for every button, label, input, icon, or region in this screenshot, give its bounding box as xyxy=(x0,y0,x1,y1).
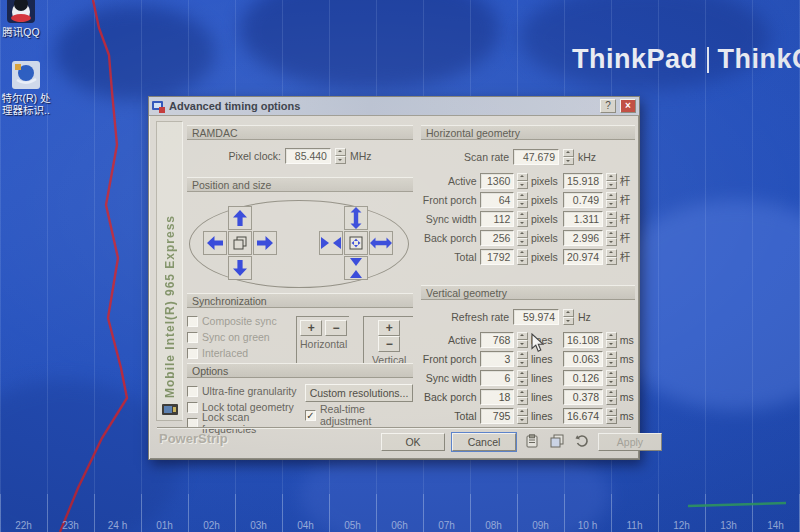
time-spinner[interactable] xyxy=(606,389,617,405)
move-left-button[interactable] xyxy=(203,231,227,255)
v-sync-minus-button[interactable]: − xyxy=(378,336,400,352)
time-spinner[interactable] xyxy=(606,332,617,348)
options-header: Options xyxy=(187,363,413,378)
value-spinner[interactable] xyxy=(517,192,528,208)
value-spinner[interactable] xyxy=(517,370,528,386)
options-checkbox-row[interactable]: Ultra-fine granularity xyxy=(187,384,305,398)
time-spinner[interactable] xyxy=(606,211,617,227)
time-field[interactable]: 2.996 xyxy=(563,230,604,246)
horizontal-geometry-group: Horizontal geometry Scan rate 47.679 kHz… xyxy=(421,125,635,266)
checkbox[interactable] xyxy=(187,316,198,327)
pixel-clock-spinner[interactable] xyxy=(335,148,346,164)
ok-button[interactable]: OK xyxy=(381,433,445,451)
realtime-checkbox[interactable]: ✓ xyxy=(305,410,316,421)
value-field[interactable]: 1360 xyxy=(480,173,515,189)
value-field[interactable]: 1792 xyxy=(480,249,515,265)
time-spinner[interactable] xyxy=(606,351,617,367)
help-button[interactable]: ? xyxy=(600,99,616,113)
pixel-clock-field[interactable]: 85.440 xyxy=(285,148,331,164)
refresh-rate-spinner[interactable] xyxy=(563,309,574,325)
sync-checkbox-row[interactable]: Composite sync xyxy=(187,314,296,328)
custom-resolutions-button[interactable]: Custom resolutions... xyxy=(305,384,413,402)
value-spinner[interactable] xyxy=(517,211,528,227)
value-spinner[interactable] xyxy=(517,332,528,348)
value-field[interactable]: 256 xyxy=(480,230,515,246)
row-label: Front porch xyxy=(421,194,477,206)
value-field[interactable]: 795 xyxy=(480,408,515,424)
time-spinner[interactable] xyxy=(606,408,617,424)
time-spinner[interactable] xyxy=(606,249,617,265)
value-spinner[interactable] xyxy=(517,173,528,189)
collapse-vertical-icon xyxy=(350,258,362,278)
unit-label: pixels xyxy=(531,251,560,263)
value-spinner[interactable] xyxy=(517,230,528,246)
cancel-button[interactable]: Cancel xyxy=(452,433,516,451)
refresh-rate-field[interactable]: 59.974 xyxy=(513,309,559,325)
time-field[interactable]: 20.974 xyxy=(563,249,604,265)
scan-rate-field[interactable]: 47.679 xyxy=(513,149,559,165)
desktop-icon-intel-utility[interactable]: 特尔(R) 处 理器标识.. xyxy=(0,60,52,116)
stretch-height-button[interactable] xyxy=(344,206,368,230)
h-sync-minus-button[interactable]: − xyxy=(325,320,347,336)
checkbox[interactable] xyxy=(187,402,198,413)
value-field[interactable]: 112 xyxy=(480,211,515,227)
time-field[interactable]: 0.126 xyxy=(563,370,604,386)
time-field[interactable]: 16.108 xyxy=(563,332,604,348)
sync-checkbox-row[interactable]: Sync on green xyxy=(187,330,296,344)
timezone-label: 14h xyxy=(752,520,799,531)
time-spinner[interactable] xyxy=(606,192,617,208)
time-field[interactable]: 16.674 xyxy=(563,408,604,424)
position-center-button[interactable] xyxy=(228,231,252,255)
move-up-button[interactable] xyxy=(228,206,252,230)
apply-button[interactable]: Apply xyxy=(598,433,662,451)
desktop-icon-qq[interactable]: 腾讯QQ xyxy=(0,0,47,38)
paste-timings-button[interactable] xyxy=(523,434,541,450)
v-sync-plus-button[interactable]: + xyxy=(378,320,400,336)
stretch-width-button[interactable] xyxy=(369,231,393,255)
sync-checkbox-row[interactable]: Interlaced xyxy=(187,346,296,360)
expand-horizontal-icon xyxy=(370,237,392,249)
value-spinner[interactable] xyxy=(517,351,528,367)
move-down-button[interactable] xyxy=(228,256,252,280)
time-spinner[interactable] xyxy=(606,370,617,386)
time-spinner[interactable] xyxy=(606,230,617,246)
value-spinner[interactable] xyxy=(517,389,528,405)
value-field[interactable]: 768 xyxy=(480,332,515,348)
close-button[interactable]: × xyxy=(620,99,636,113)
time-field[interactable]: 0.063 xyxy=(563,351,604,367)
scan-rate-spinner[interactable] xyxy=(563,149,574,165)
intel-utility-icon[interactable] xyxy=(11,60,41,90)
geometry-row: Back porch 256 pixels 2.996 杆 xyxy=(421,228,635,247)
time-field[interactable]: 15.918 xyxy=(563,173,604,189)
shrink-height-button[interactable] xyxy=(344,256,368,280)
time-field[interactable]: 0.378 xyxy=(563,389,604,405)
checkbox[interactable] xyxy=(187,332,198,343)
timezone-label: 03h xyxy=(235,520,282,531)
checkbox-label: Sync on green xyxy=(202,331,270,343)
time-field[interactable]: 0.749 xyxy=(563,192,604,208)
value-field[interactable]: 64 xyxy=(480,192,515,208)
value-field[interactable]: 18 xyxy=(480,389,515,405)
size-center-button[interactable] xyxy=(344,231,368,255)
value-field[interactable]: 6 xyxy=(480,370,515,386)
value-spinner[interactable] xyxy=(517,249,528,265)
title-bar[interactable]: Advanced timing options ? × xyxy=(149,97,639,116)
move-right-button[interactable] xyxy=(253,231,277,255)
time-field[interactable]: 1.311 xyxy=(563,211,604,227)
checkbox[interactable] xyxy=(187,348,198,359)
value-spinner[interactable] xyxy=(517,408,528,424)
timezone-label: 07h xyxy=(423,520,470,531)
h-sync-plus-button[interactable]: + xyxy=(300,320,322,336)
shrink-width-button[interactable] xyxy=(319,231,343,255)
restore-timings-button[interactable] xyxy=(573,434,591,450)
value-field[interactable]: 3 xyxy=(480,351,515,367)
qq-icon[interactable] xyxy=(6,0,36,24)
time-unit-label: 杆 xyxy=(620,230,635,245)
time-spinner[interactable] xyxy=(606,173,617,189)
dialog-buttons: OK Cancel Apply xyxy=(381,433,662,451)
timezone-label: 23h xyxy=(47,520,94,531)
refresh-rate-unit: Hz xyxy=(578,311,591,323)
checkbox[interactable] xyxy=(187,386,198,397)
realtime-adjustment-row[interactable]: ✓ Real-time adjustment xyxy=(305,408,413,422)
copy-timings-button[interactable] xyxy=(548,434,566,450)
